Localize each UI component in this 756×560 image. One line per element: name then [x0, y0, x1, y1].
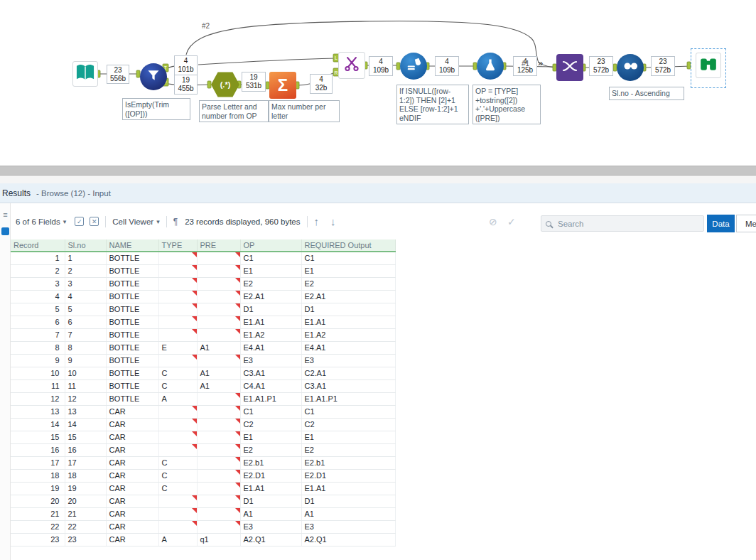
table-cell[interactable]	[158, 418, 197, 431]
table-cell[interactable]	[158, 252, 197, 264]
multi-row-formula-tool[interactable]	[400, 53, 427, 80]
column-header-type[interactable]: TYPE	[158, 239, 197, 252]
table-cell[interactable]: E2	[240, 443, 301, 456]
table-cell[interactable]: E	[158, 341, 197, 354]
cell-viewer-dropdown[interactable]: Cell Viewer ▾	[112, 217, 159, 226]
table-cell[interactable]: A1	[301, 507, 395, 520]
table-cell[interactable]: E2	[301, 277, 395, 290]
table-cell[interactable]: 20	[65, 495, 106, 507]
table-cell[interactable]: E2.A1	[240, 290, 301, 303]
table-cell[interactable]: 22	[11, 520, 65, 533]
table-cell[interactable]	[197, 252, 240, 264]
table-cell[interactable]: 13	[11, 405, 65, 418]
table-cell[interactable]	[197, 443, 240, 456]
table-cell[interactable]: 13	[65, 405, 106, 418]
table-cell[interactable]: E2.D1	[301, 469, 395, 482]
table-cell[interactable]	[197, 354, 240, 367]
table-cell[interactable]: E1	[301, 264, 395, 277]
table-cell[interactable]	[197, 418, 240, 431]
table-cell[interactable]: E1.A1.P1	[301, 392, 395, 405]
table-cell[interactable]: C3.A1	[301, 379, 395, 392]
table-cell[interactable]	[158, 290, 197, 303]
column-header-record[interactable]: Record	[11, 239, 65, 252]
table-cell[interactable]: 6	[65, 316, 106, 328]
table-cell[interactable]: C2.A1	[301, 367, 395, 379]
table-cell[interactable]: E4.A1	[301, 341, 395, 354]
table-cell[interactable]	[197, 316, 240, 328]
table-cell[interactable]: E2	[240, 277, 301, 290]
table-cell[interactable]: 4	[11, 290, 65, 303]
table-cell[interactable]: A1	[240, 507, 301, 520]
select-fields-icon[interactable]: ✓	[75, 217, 84, 226]
table-cell[interactable]: C3.A1	[240, 367, 301, 379]
table-cell[interactable]: E1.A1	[301, 482, 395, 495]
sort-tool[interactable]	[617, 54, 644, 81]
table-cell[interactable]	[197, 290, 240, 303]
table-cell[interactable]	[197, 482, 240, 495]
table-cell[interactable]: 17	[11, 456, 65, 469]
table-cell[interactable]: BOTTLE	[106, 392, 158, 405]
table-cell[interactable]: E3	[301, 520, 395, 533]
table-cell[interactable]: CAR	[106, 507, 158, 520]
table-cell[interactable]: A	[158, 533, 197, 546]
table-cell[interactable]: E3	[240, 520, 301, 533]
table-cell[interactable]	[158, 316, 197, 328]
table-cell[interactable]: E1	[240, 431, 301, 443]
table-cell[interactable]: 15	[65, 431, 106, 443]
table-cell[interactable]: E1.A2	[240, 328, 301, 341]
table-cell[interactable]: C	[158, 456, 197, 469]
join-left-anchor-label[interactable]: L	[335, 55, 338, 60]
table-cell[interactable]: 19	[65, 482, 106, 495]
table-cell[interactable]: 10	[11, 367, 65, 379]
table-cell[interactable]: BOTTLE	[106, 379, 158, 392]
arrow-up-icon[interactable]: ↑	[314, 215, 320, 227]
cancel-changes-icon[interactable]: ⊘	[489, 216, 497, 227]
table-cell[interactable]: C1	[240, 405, 301, 418]
table-cell[interactable]	[158, 303, 197, 316]
table-cell[interactable]	[158, 264, 197, 277]
table-cell[interactable]: E1	[301, 431, 395, 443]
table-cell[interactable]	[197, 264, 240, 277]
table-cell[interactable]: C	[158, 482, 197, 495]
table-cell[interactable]: C4.A1	[240, 379, 301, 392]
table-cell[interactable]: BOTTLE	[106, 277, 158, 290]
table-cell[interactable]: CAR	[106, 405, 158, 418]
table-cell[interactable]: 8	[11, 341, 65, 354]
column-header-op[interactable]: OP	[240, 239, 301, 252]
table-cell[interactable]: 2	[65, 264, 106, 277]
table-cell[interactable]	[158, 328, 197, 341]
table-cell[interactable]: C	[158, 379, 197, 392]
table-cell[interactable]: 11	[65, 379, 106, 392]
regex-tool[interactable]: (.*)	[211, 70, 239, 99]
table-cell[interactable]	[158, 507, 197, 520]
table-cell[interactable]: 10	[65, 367, 106, 379]
table-cell[interactable]: 1	[11, 252, 65, 264]
menu-icon[interactable]: ≡	[0, 210, 11, 219]
table-cell[interactable]: BOTTLE	[106, 367, 158, 379]
table-cell[interactable]: 5	[65, 303, 106, 316]
table-cell[interactable]: BOTTLE	[106, 341, 158, 354]
table-cell[interactable]	[158, 495, 197, 507]
table-cell[interactable]: C1	[240, 252, 301, 264]
browse-tool[interactable]	[696, 53, 721, 78]
table-cell[interactable]: 16	[11, 443, 65, 456]
table-cell[interactable]	[158, 443, 197, 456]
table-cell[interactable]: 12	[11, 392, 65, 405]
table-cell[interactable]: 7	[11, 328, 65, 341]
table-cell[interactable]: 3	[65, 277, 106, 290]
table-cell[interactable]: C	[158, 367, 197, 379]
table-cell[interactable]: A1	[197, 341, 240, 354]
table-cell[interactable]: E4.A1	[240, 341, 301, 354]
input-data-tool[interactable]	[72, 61, 98, 87]
table-cell[interactable]: BOTTLE	[106, 290, 158, 303]
table-cell[interactable]: A1	[197, 367, 240, 379]
table-cell[interactable]: CAR	[106, 482, 158, 495]
table-cell[interactable]: CAR	[106, 431, 158, 443]
table-cell[interactable]: BOTTLE	[106, 354, 158, 367]
apply-changes-icon[interactable]: ✓	[507, 216, 516, 227]
table-cell[interactable]	[197, 495, 240, 507]
table-cell[interactable]: 8	[65, 341, 106, 354]
table-cell[interactable]: C2	[240, 418, 301, 431]
table-cell[interactable]: 9	[11, 354, 65, 367]
table-cell[interactable]: D1	[240, 495, 301, 507]
